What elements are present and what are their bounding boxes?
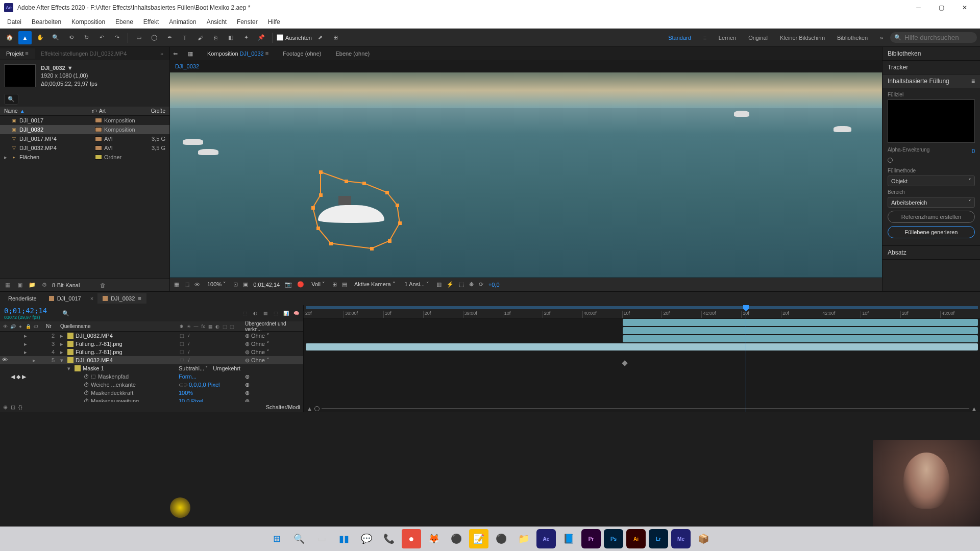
menu-ebene[interactable]: Ebene bbox=[110, 16, 138, 28]
brush-tool[interactable]: 🖌 bbox=[193, 31, 207, 44]
help-search[interactable]: 🔍 bbox=[890, 32, 977, 43]
mask-property-row[interactable]: ◀◆▶⏱ ⬚ MaskenpfadForm...⊚ bbox=[0, 372, 303, 381]
list-item[interactable]: ▽DJI_0017.MP4AVI3,5 G bbox=[0, 134, 169, 143]
roi-icon[interactable]: ▣ bbox=[243, 281, 248, 288]
selection-tool[interactable]: ▲ bbox=[18, 31, 32, 44]
menu-effekt[interactable]: Effekt bbox=[138, 16, 164, 28]
notes-icon[interactable]: 📝 bbox=[469, 529, 488, 548]
bit-depth[interactable]: 8-Bit-Kanal bbox=[52, 282, 80, 288]
viewer-timecode[interactable]: 0;01;42;14 bbox=[253, 282, 280, 288]
pixel-ar-icon[interactable]: ▥ bbox=[436, 281, 442, 288]
resolution-dropdown[interactable]: Voll ˅ bbox=[309, 280, 327, 289]
zoom-tool[interactable]: 🔍 bbox=[49, 31, 62, 44]
tab-dji0032[interactable]: DJI_0032 ≡ bbox=[97, 293, 146, 304]
ellipse-tool[interactable]: ◯ bbox=[148, 31, 161, 44]
app-icon[interactable]: ● bbox=[402, 529, 421, 548]
switch-icon[interactable]: ☀ bbox=[186, 323, 192, 330]
tl-zoom-icon[interactable]: ⊕ bbox=[3, 404, 8, 411]
mask-property-row[interactable]: ⏱ Maskenausweitung10,0 Pixel⊚ bbox=[0, 397, 303, 402]
switch-icon[interactable]: fx bbox=[200, 323, 206, 330]
switch-icon[interactable]: ⬚ bbox=[229, 323, 235, 330]
tl-toggle-icon[interactable]: ⊡ bbox=[11, 404, 15, 411]
shy-icon[interactable]: ⬚ bbox=[242, 310, 248, 316]
layer-row[interactable]: ▸2▸DJI_0032.MP4⬚/⊚ Ohne ˅ bbox=[0, 332, 303, 340]
workspace-kleiner[interactable]: Kleiner Bildschirm bbox=[775, 33, 830, 42]
section-tracker[interactable]: Tracker bbox=[883, 61, 980, 74]
lightroom-icon[interactable]: Lr bbox=[649, 529, 668, 548]
clone-tool[interactable]: ⎘ bbox=[209, 31, 222, 44]
workspace-original[interactable]: Original bbox=[743, 33, 773, 42]
switch-icon[interactable]: ✱ bbox=[179, 323, 185, 330]
menu-komposition[interactable]: Komposition bbox=[66, 16, 110, 28]
trash-icon[interactable]: 🗑 bbox=[98, 281, 107, 290]
range-dropdown[interactable]: Arbeitsbereich˅ bbox=[888, 197, 975, 208]
switch-icon[interactable]: ⬚ bbox=[222, 323, 228, 330]
blur-icon[interactable]: ◐ bbox=[252, 310, 258, 316]
orbit-tool[interactable]: ⟲ bbox=[64, 31, 78, 44]
tab-footage[interactable]: Footage (ohne) bbox=[279, 48, 325, 59]
home-tool[interactable]: 🏠 bbox=[3, 31, 16, 44]
col-art[interactable]: Art bbox=[99, 108, 140, 114]
workspace-standard[interactable]: Standard bbox=[663, 33, 696, 42]
task-view-icon[interactable]: ▭ bbox=[312, 529, 331, 548]
eye-col-icon[interactable]: 👁 bbox=[2, 323, 8, 330]
zoom-slider-icon[interactable] bbox=[314, 406, 320, 411]
app-icon[interactable]: ⚫ bbox=[447, 529, 466, 548]
pen-tool[interactable]: ✒ bbox=[163, 31, 176, 44]
method-dropdown[interactable]: Objekt˅ bbox=[888, 176, 975, 186]
guides-icon[interactable]: ▤ bbox=[342, 281, 347, 288]
tab-ebene[interactable]: Ebene (ohne) bbox=[331, 48, 374, 59]
fast-preview-icon[interactable]: ⚡ bbox=[447, 281, 454, 288]
menu-fenster[interactable]: Fenster bbox=[232, 16, 263, 28]
start-button[interactable]: ⊞ bbox=[267, 529, 286, 548]
layer-row[interactable]: ▸4▸Füllung...7-81].png⬚/⊚ Ohne ˅ bbox=[0, 348, 303, 356]
firefox-icon[interactable]: 🦊 bbox=[424, 529, 444, 548]
timeline-timecode[interactable]: 0;01;42;14 bbox=[4, 307, 47, 315]
graph-icon[interactable]: 📊 bbox=[283, 310, 289, 316]
timeline-search[interactable]: 🔍 bbox=[62, 310, 69, 317]
label-col-icon[interactable]: 🏷 bbox=[33, 323, 39, 330]
camera-dropdown[interactable]: Aktive Kamera ˅ bbox=[352, 280, 398, 289]
widgets-icon[interactable]: ▮▮ bbox=[334, 529, 354, 548]
reference-frame-button[interactable]: Referenzframe erstellen bbox=[888, 211, 975, 223]
alpha-value[interactable]: 0 bbox=[972, 148, 975, 154]
undo-tool[interactable]: ↶ bbox=[95, 31, 108, 44]
close-button[interactable]: ✕ bbox=[953, 0, 976, 15]
whatsapp-icon[interactable]: 📞 bbox=[379, 529, 399, 548]
snap-grid-icon[interactable]: ⊞ bbox=[329, 31, 342, 44]
list-item[interactable]: ▽DJI_0032.MP4AVI3,5 G bbox=[0, 143, 169, 153]
redo-tool[interactable]: ↷ bbox=[110, 31, 124, 44]
workspace-lernen[interactable]: Lernen bbox=[714, 33, 741, 42]
list-item[interactable]: ▣DJI_0017Komposition bbox=[0, 116, 169, 125]
search-taskbar-icon[interactable]: 🔍 bbox=[289, 529, 309, 548]
zoom-in-icon[interactable]: ▲ bbox=[971, 406, 977, 412]
lock-col-icon[interactable]: 🔒 bbox=[25, 323, 31, 330]
menu-hilfe[interactable]: Hilfe bbox=[263, 16, 285, 28]
close-tab-icon[interactable]: × bbox=[88, 295, 95, 302]
project-search[interactable]: 🔍 bbox=[4, 94, 18, 105]
list-item[interactable]: ▣DJI_0032Komposition bbox=[0, 125, 169, 134]
panel-overflow-icon[interactable]: » bbox=[154, 48, 169, 59]
new-comp-icon[interactable]: ▣ bbox=[15, 281, 24, 290]
tab-effect-settings[interactable]: Effekteinstellungen DJI_0032.MP4 bbox=[35, 48, 133, 59]
res-auto-icon[interactable]: ⊡ bbox=[233, 281, 238, 288]
tab-project[interactable]: Projekt ≡ bbox=[0, 48, 35, 59]
eraser-tool[interactable]: ◧ bbox=[224, 31, 237, 44]
motion-blur-icon[interactable]: ⬚ bbox=[273, 310, 279, 316]
alpha-icon[interactable]: ▦ bbox=[174, 281, 179, 288]
media-encoder-icon[interactable]: Me bbox=[671, 529, 691, 548]
alpha-slider[interactable] bbox=[888, 158, 893, 163]
flowchart-btn[interactable]: ❋ bbox=[469, 281, 474, 288]
generate-fill-button[interactable]: Füllebene generieren bbox=[888, 226, 975, 238]
tab-dji0017[interactable]: DJI_0017 bbox=[44, 293, 86, 304]
schalter-modi[interactable]: Schalter/Modi bbox=[266, 404, 300, 410]
workspace-overflow-icon[interactable]: » bbox=[875, 31, 888, 44]
mask-icon[interactable]: 👁 bbox=[194, 282, 200, 288]
zoom-out-icon[interactable]: ▲ bbox=[307, 406, 312, 412]
mask-property-row[interactable]: ⏱ Weiche ...enkante⊂⊃ 0,0,0,0 Pixel⊚ bbox=[0, 381, 303, 389]
new-folder-icon[interactable]: 📁 bbox=[28, 281, 37, 290]
help-search-input[interactable] bbox=[904, 34, 966, 41]
workspace-menu-icon[interactable]: ≡ bbox=[698, 31, 712, 44]
exposure-value[interactable]: +0,0 bbox=[488, 282, 500, 288]
section-absatz[interactable]: Absatz bbox=[883, 246, 980, 259]
